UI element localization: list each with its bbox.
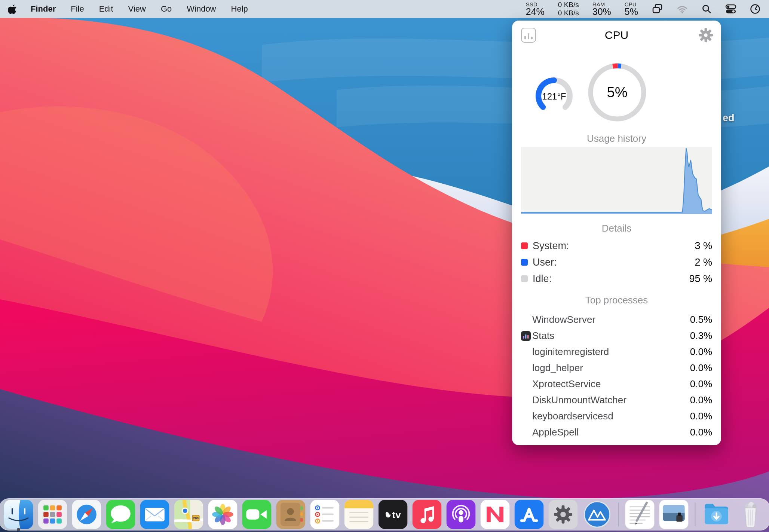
detail-label: Idle:: [533, 273, 552, 285]
process-cpu-value: 0.0%: [690, 346, 712, 358]
dock-news-icon[interactable]: [481, 500, 510, 529]
usage-history-chart: [521, 147, 712, 214]
process-icon-slot: [521, 395, 532, 405]
detail-label: System:: [533, 240, 569, 252]
detail-value: 3 %: [695, 240, 712, 252]
dock-launchpad-icon[interactable]: [38, 500, 67, 529]
dock-podcasts-icon[interactable]: [447, 500, 476, 529]
cpu-stats-panel: CPU 121°F 5% Usage history Details Syste…: [512, 21, 721, 445]
process-rows: WindowServer0.5%Stats0.3%loginitemregist…: [521, 312, 712, 440]
process-row: logd_helper0.0%: [521, 360, 712, 376]
desktop-screen: ed Finder FileEditViewGoWindowHelp SSD 2…: [0, 0, 769, 532]
dock-textedit-icon[interactable]: [625, 500, 655, 529]
usage-history-title: Usage history: [512, 133, 721, 144]
process-icon-slot: [521, 363, 532, 373]
process-name: WindowServer: [532, 314, 595, 325]
menu-item-help[interactable]: Help: [231, 4, 248, 14]
ram-status[interactable]: RAM 30%: [592, 1, 611, 17]
dock-maps-icon[interactable]: 280: [174, 500, 203, 529]
process-name: Stats: [532, 330, 554, 342]
net-down-value: 0 KB/s: [558, 9, 579, 17]
dock-tv-icon[interactable]: tv: [379, 500, 408, 529]
menu-item-file[interactable]: File: [71, 4, 84, 14]
process-icon-slot: [521, 428, 532, 437]
cpu-value: 5%: [625, 7, 638, 17]
cpu-usage-gauge: 5%: [585, 61, 649, 124]
legend-swatch: [521, 275, 528, 282]
dock-downloads-folder-icon[interactable]: [702, 500, 731, 529]
dock-safari-icon[interactable]: [72, 500, 101, 529]
active-app-name[interactable]: Finder: [31, 4, 56, 14]
process-cpu-value: 0.3%: [690, 330, 712, 342]
control-center-icon[interactable]: [725, 3, 737, 15]
process-name: DiskUnmountWatcher: [532, 394, 626, 406]
detail-row: Idle:95 %: [521, 270, 712, 287]
dock-contacts-icon[interactable]: [276, 500, 306, 529]
ssd-value: 24%: [526, 7, 545, 17]
dock: 280tv: [0, 498, 769, 531]
panel-title: CPU: [512, 29, 721, 42]
menu-item-go[interactable]: Go: [161, 4, 172, 14]
process-row: WindowServer0.5%: [521, 312, 712, 328]
process-cpu-value: 0.0%: [690, 362, 712, 374]
windows-stack-icon[interactable]: [652, 3, 664, 15]
process-name: logd_helper: [532, 362, 583, 374]
process-cpu-value: 0.0%: [690, 394, 712, 406]
svg-text:5%: 5%: [607, 85, 628, 100]
dock-mail-icon[interactable]: [140, 500, 169, 529]
dock-system-preferences-icon[interactable]: [549, 500, 578, 529]
detail-value: 2 %: [695, 257, 712, 268]
process-cpu-value: 0.0%: [690, 426, 712, 438]
dock-messages-icon[interactable]: [106, 500, 135, 529]
process-row: XprotectService0.0%: [521, 376, 712, 392]
menu-item-window[interactable]: Window: [187, 4, 216, 14]
menu-item-view[interactable]: View: [128, 4, 146, 14]
search-icon[interactable]: [701, 3, 712, 15]
dock-photos-icon[interactable]: [208, 500, 238, 529]
details-title: Details: [512, 223, 721, 234]
menu-bar: Finder FileEditViewGoWindowHelp SSD 24% …: [0, 0, 769, 18]
gear-icon[interactable]: [699, 28, 713, 42]
temperature-gauge: 121°F: [533, 74, 576, 117]
process-row: DiskUnmountWatcher0.0%: [521, 392, 712, 408]
process-row: loginitemregisterd0.0%: [521, 344, 712, 360]
cpu-status[interactable]: CPU 5%: [625, 1, 638, 17]
dock-trash-icon[interactable]: [736, 500, 765, 529]
dock-mountain-app-icon[interactable]: [583, 500, 612, 529]
process-icon-slot: [521, 412, 532, 421]
menu-bar-status-area: SSD 24% 0 KB/s 0 KB/s RAM 30% CPU 5%: [526, 1, 761, 17]
process-name: keyboardservicesd: [532, 410, 613, 422]
ssd-status[interactable]: SSD 24%: [526, 1, 545, 17]
wifi-icon[interactable]: [676, 4, 688, 14]
dock-preview-icon[interactable]: [659, 500, 689, 529]
dock-appstore-icon[interactable]: [515, 500, 544, 529]
process-cpu-value: 0.0%: [690, 378, 712, 390]
top-processes-title: Top processes: [512, 294, 721, 306]
detail-row: System:3 %: [521, 238, 712, 254]
process-icon-slot: [521, 315, 532, 325]
dock-music-icon[interactable]: [413, 500, 442, 529]
dock-finder-icon[interactable]: [4, 500, 33, 529]
clock-icon[interactable]: [750, 3, 761, 15]
process-name: XprotectService: [532, 378, 601, 390]
legend-swatch: [521, 242, 528, 249]
process-row: AppleSpell0.0%: [521, 424, 712, 440]
svg-text:tv: tv: [392, 509, 401, 520]
network-status[interactable]: 0 KB/s 0 KB/s: [558, 1, 579, 17]
detail-label: User:: [533, 257, 557, 268]
dock-reminders-icon[interactable]: [310, 500, 340, 529]
process-name: AppleSpell: [532, 426, 579, 438]
apple-menu-icon[interactable]: [8, 4, 17, 14]
process-icon-slot: [521, 379, 532, 389]
menu-bar-icons: [652, 3, 761, 15]
dock-notes-icon[interactable]: [344, 500, 374, 529]
desktop-item-label-partial[interactable]: ed: [723, 112, 735, 124]
process-cpu-value: 0.0%: [690, 410, 712, 422]
menu-item-edit[interactable]: Edit: [99, 4, 113, 14]
ram-value: 30%: [592, 7, 611, 17]
detail-row: User:2 %: [521, 254, 712, 270]
svg-text:280: 280: [193, 516, 199, 520]
app-menus: FileEditViewGoWindowHelp: [71, 4, 248, 14]
net-up-value: 0 KB/s: [558, 1, 579, 9]
dock-facetime-icon[interactable]: [242, 500, 272, 529]
